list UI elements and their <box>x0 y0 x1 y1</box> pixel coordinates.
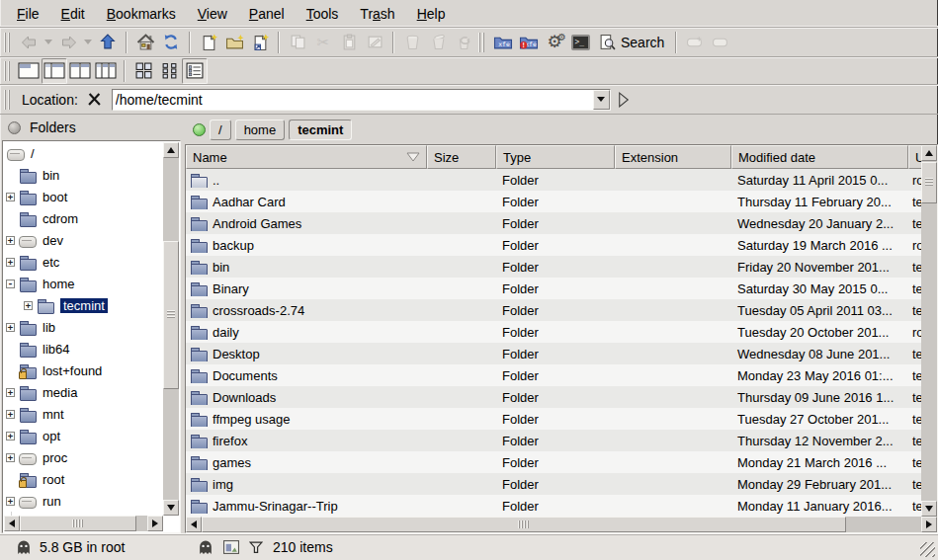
tree-item[interactable]: mnt <box>4 403 163 425</box>
table-row[interactable]: firefoxFolderThursday 12 November 2...te… <box>186 430 922 451</box>
empty-trash-button[interactable] <box>451 30 476 55</box>
column-header[interactable]: User <box>908 145 922 169</box>
menu-item[interactable]: Bookmarks <box>96 2 187 26</box>
tree-item[interactable]: bin <box>4 164 163 186</box>
mount-button[interactable] <box>682 30 708 55</box>
one-panel-button[interactable] <box>16 58 42 84</box>
table-row[interactable]: binFolderFriday 20 November 201...tecmin… <box>186 256 922 278</box>
column-header[interactable]: Extension <box>615 145 731 169</box>
scroll-up-button[interactable] <box>921 145 937 161</box>
refresh-button[interactable] <box>158 30 184 55</box>
tree-item[interactable]: run <box>4 490 163 512</box>
terminal-button[interactable]: >_ <box>567 30 593 55</box>
new-file-button[interactable] <box>196 30 221 55</box>
toolbar-grip[interactable] <box>4 90 12 110</box>
scroll-down-button[interactable] <box>921 501 937 517</box>
table-row[interactable]: DownloadsFolderThursday 09 June 2016 1..… <box>186 386 922 408</box>
scrollbar-thumb[interactable] <box>202 517 846 532</box>
breadcrumb-button[interactable]: / <box>210 120 231 140</box>
column-header[interactable]: Size <box>427 145 496 169</box>
scroll-right-button[interactable] <box>921 517 937 532</box>
table-row[interactable]: Android GamesFolderWednesday 20 January … <box>186 212 922 234</box>
location-input[interactable] <box>112 89 611 111</box>
panel-indicator-icon[interactable] <box>8 121 21 134</box>
tree-item[interactable]: lost+found <box>4 360 163 381</box>
scrollbar-thumb[interactable] <box>163 241 179 389</box>
properties-button[interactable] <box>362 30 387 55</box>
trash-restore-button[interactable] <box>425 30 451 55</box>
tree-expander[interactable] <box>6 497 15 506</box>
table-row[interactable]: BinaryFolderSaturday 30 May 2015 0...tec… <box>186 278 922 299</box>
resize-grip[interactable] <box>920 542 935 557</box>
table-row[interactable]: DocumentsFolderMonday 23 May 2016 01:...… <box>186 364 922 386</box>
menu-item[interactable]: Panel <box>238 2 296 26</box>
tree-item[interactable]: cdrom <box>4 207 163 229</box>
thumbnails-icon[interactable] <box>223 540 239 554</box>
new-root-window-button[interactable]: xfe ! <box>516 30 542 55</box>
new-window-button[interactable]: xfe <box>490 30 516 55</box>
tree-item[interactable]: tecmint <box>4 294 163 316</box>
toolbar-grip[interactable] <box>4 33 12 52</box>
back-history-dropdown[interactable] <box>42 30 55 55</box>
two-panels-button[interactable] <box>67 58 93 84</box>
big-icons-button[interactable] <box>130 58 156 84</box>
scroll-left-button[interactable] <box>4 516 20 531</box>
paste-button[interactable] <box>336 30 362 55</box>
tree-expander[interactable] <box>6 236 15 245</box>
menu-item[interactable]: View <box>187 2 238 26</box>
tree-item[interactable]: dev <box>4 229 163 251</box>
new-symlink-button[interactable] <box>247 30 273 55</box>
unmount-button[interactable] <box>708 30 733 55</box>
table-row[interactable]: ffmpeg usageFolderTuesday 27 October 201… <box>186 408 922 430</box>
menu-item[interactable]: Trash <box>349 2 405 26</box>
back-button[interactable] <box>16 30 42 55</box>
detailed-list-button[interactable] <box>182 58 208 84</box>
table-row[interactable]: dailyFolderTuesday 20 October 201...root <box>186 321 922 343</box>
tree-item[interactable]: home <box>4 273 163 294</box>
menu-item[interactable]: Help <box>406 2 457 26</box>
tree-item[interactable]: proc <box>4 446 163 468</box>
scroll-left-button[interactable] <box>186 517 202 532</box>
tree-item[interactable]: boot <box>4 186 163 207</box>
table-row[interactable]: imgFolderMonday 29 February 201...tecmin… <box>186 473 922 495</box>
hidden-files-icon[interactable] <box>198 539 213 555</box>
tree-item[interactable]: lib64 <box>4 338 163 360</box>
column-header[interactable]: Type <box>496 145 615 169</box>
small-icons-button[interactable] <box>156 58 182 84</box>
menu-item[interactable]: File <box>6 2 50 26</box>
breadcrumb-button[interactable]: tecmint <box>289 120 352 140</box>
tree-expander[interactable] <box>6 193 15 201</box>
scroll-right-button[interactable] <box>147 516 163 531</box>
menu-item[interactable]: Edit <box>50 2 96 26</box>
tree-item[interactable]: / <box>4 142 163 164</box>
scrollbar-thumb[interactable] <box>921 162 937 203</box>
location-dropdown-button[interactable] <box>593 90 610 110</box>
table-row[interactable]: DesktopFolderWednesday 08 June 201...tec… <box>186 343 922 364</box>
sidebar-vertical-scrollbar[interactable] <box>163 142 179 516</box>
table-row[interactable]: Aadhar CardFolderThursday 11 February 20… <box>186 191 922 212</box>
tree-expander[interactable] <box>6 280 15 288</box>
tree-expander[interactable] <box>24 301 33 310</box>
menu-item[interactable]: Tools <box>296 2 350 26</box>
move-to-trash-button[interactable] <box>399 30 425 55</box>
tree-item[interactable]: lib <box>4 316 163 338</box>
tree-expander[interactable] <box>6 258 15 267</box>
tree-expander[interactable] <box>6 410 15 419</box>
tree-and-two-panels-button[interactable] <box>93 58 119 84</box>
go-button[interactable] <box>618 92 630 108</box>
scroll-down-button[interactable] <box>163 500 179 516</box>
tree-item[interactable]: root <box>4 468 163 490</box>
table-row[interactable]: crossroads-2.74FolderTuesday 05 April 20… <box>186 299 922 321</box>
breadcrumb-button[interactable]: home <box>235 120 286 140</box>
tree-and-panel-button[interactable] <box>42 58 67 84</box>
tree-expander[interactable] <box>6 388 15 397</box>
filter-icon[interactable] <box>249 541 263 554</box>
table-row[interactable]: gamesFolderMonday 21 March 2016 ...tecmi… <box>186 451 922 473</box>
cut-button[interactable]: ✂ <box>310 30 336 55</box>
table-row[interactable]: ..FolderSaturday 11 April 2015 0...root <box>186 169 922 191</box>
toolbar-grip[interactable] <box>478 33 486 52</box>
execute-command-button[interactable]: ⚙ ⚙ <box>542 30 567 55</box>
scroll-up-button[interactable] <box>163 142 179 158</box>
up-button[interactable] <box>95 30 121 55</box>
tree-item[interactable]: media <box>4 381 163 403</box>
